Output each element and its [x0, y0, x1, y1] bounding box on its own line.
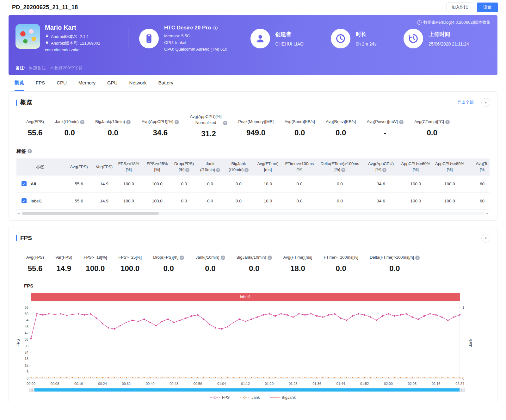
- scrollbar-track[interactable]: [21, 212, 485, 215]
- svg-text:0: 0: [462, 376, 464, 380]
- scrollbar-range[interactable]: [34, 388, 460, 392]
- help-icon[interactable]: ?: [223, 121, 227, 125]
- stat-value: 0.0: [285, 128, 315, 137]
- help-icon[interactable]: ?: [221, 256, 225, 260]
- table-header-cell: 标签 ?: [16, 158, 64, 176]
- help-icon[interactable]: ?: [80, 120, 84, 124]
- settings-button[interactable]: 设置: [477, 3, 498, 12]
- svg-text:1: 1: [462, 305, 464, 309]
- row-checkbox[interactable]: ✓: [22, 181, 27, 186]
- collect-note-text: 数据由PerfDog(4.0.200602)版本收集: [423, 20, 491, 25]
- session-banner: i 数据由PerfDog(4.0.200602)版本收集 Mario Kart …: [9, 15, 497, 75]
- legend-item[interactable]: FPS: [210, 395, 230, 400]
- svg-text:60: 60: [25, 312, 28, 316]
- svg-text:24: 24: [25, 350, 28, 354]
- stat-value: 0.0: [195, 264, 225, 273]
- stat-label: Avg(FTime)[ms] ?: [283, 250, 312, 260]
- table-header-cell: AppCPU<=80% [%]?: [432, 158, 467, 176]
- help-icon[interactable]: ?: [180, 256, 184, 260]
- stat-label: FPS>=18[%] ?: [84, 250, 107, 260]
- tab-network[interactable]: Network: [129, 75, 147, 91]
- topbar: PD_20200625_21_11_18 加入对比 设置: [0, 0, 506, 15]
- device-info-icon[interactable]: i: [213, 26, 218, 30]
- stat-value: 949.0: [238, 128, 274, 137]
- help-icon[interactable]: ?: [244, 168, 249, 172]
- help-icon[interactable]: ?: [175, 120, 179, 124]
- tab-battery[interactable]: Battery: [158, 75, 174, 91]
- collapse-button[interactable]: ▾: [481, 98, 490, 107]
- help-icon[interactable]: ?: [341, 168, 345, 172]
- stat-label: Avg(AppCPU)[%] Normalized ?: [190, 114, 227, 126]
- page-title: PD_20200625_21_11_18: [12, 4, 78, 11]
- remark-placeholder: 添加备注，不超过200个字符: [29, 65, 83, 71]
- scrollbar-handle-left[interactable]: |||: [29, 388, 34, 392]
- labels-title: 标签: [16, 148, 26, 154]
- tab-fps[interactable]: FPS: [36, 75, 45, 91]
- stat-label: Jank(/10min) ?: [195, 250, 225, 260]
- help-icon[interactable]: ?: [185, 168, 189, 172]
- help-icon[interactable]: ?: [382, 168, 386, 172]
- stat-value: 55.6: [26, 264, 44, 273]
- collapse-button[interactable]: ▾: [481, 234, 490, 243]
- help-icon[interactable]: ?: [399, 120, 404, 124]
- row-checkbox[interactable]: ✓: [22, 198, 27, 203]
- scrollbar-handle-right[interactable]: |||: [460, 388, 465, 392]
- svg-text:18: 18: [25, 357, 28, 361]
- table-header-cell: Var(FPS) ?: [94, 158, 114, 176]
- stat-value: 0.0: [324, 264, 358, 273]
- chart-scrollbar[interactable]: ||| |||: [29, 388, 465, 392]
- scroll-right-icon[interactable]: ▸: [485, 212, 490, 215]
- stat-label: Drop(FPS)[/h] ?: [153, 250, 184, 260]
- stat-label: Avg(AppCPU)[%] ?: [142, 114, 179, 125]
- device-gpu: GPU: Qualcomm Adreno (TM) 610: [164, 46, 227, 52]
- stat: BigJank(/10min) ? 0.0: [95, 114, 131, 138]
- stat-label: Avg(Send)[KB/s] ?: [285, 114, 315, 125]
- help-icon[interactable]: ?: [415, 256, 420, 260]
- svg-text:0: 0: [27, 376, 28, 380]
- scrollbar-thumb[interactable]: [22, 212, 159, 215]
- stat: Avg(CTemp)[°C] ? 0.0: [414, 114, 450, 138]
- stat: FTime>=100ms[%] ? 0.0: [324, 250, 358, 273]
- help-icon[interactable]: ?: [268, 256, 272, 260]
- stat: Avg(FTime)[ms] ? 18.0: [283, 250, 312, 273]
- stat-label: BigJank(/10min) ?: [95, 114, 131, 125]
- app-version-code: Android版本号: 121369001: [51, 40, 100, 47]
- export-all-link[interactable]: 导出全部: [457, 100, 474, 105]
- tab-memory[interactable]: Memory: [78, 75, 96, 91]
- table-body: ✓ All 55.6 14.9 100.0 100.0 0.0 0.0 0.0 …: [16, 176, 490, 210]
- device-cpu: CPU: trinket: [164, 39, 227, 46]
- svg-text:00:40: 00:40: [146, 382, 155, 386]
- legend-item[interactable]: Jank: [240, 395, 260, 400]
- chart-legend: FPSJankBigJank: [16, 395, 490, 400]
- remark-field[interactable]: 备注: 添加备注，不超过200个字符: [9, 61, 497, 75]
- stat: Avg(Recv)[KB/s] ? 0.0: [326, 114, 356, 138]
- section-accent-bar: [16, 100, 17, 106]
- horizontal-scrollbar[interactable]: ◂ ▸: [16, 211, 490, 216]
- scroll-left-icon[interactable]: ◂: [16, 212, 21, 215]
- fps-card: FPS ▾ Avg(FPS) ? 55.6 Var(FPS) ? 14.9: [9, 227, 497, 402]
- legend-item[interactable]: BigJank: [270, 395, 296, 400]
- row-label: label1: [31, 199, 42, 203]
- table-header-cell: Avg(AppCPU) [%]?: [363, 158, 399, 176]
- overview-card: 概览 导出全部 ▾ Avg(FPS) ? 55.6 Jank(/10min) ?…: [9, 91, 497, 221]
- svg-text:12: 12: [25, 363, 28, 367]
- duration-value: 0h 2m 24s: [356, 41, 376, 46]
- svg-text:30: 30: [25, 344, 28, 348]
- help-icon[interactable]: ?: [126, 120, 131, 124]
- tab-gpu[interactable]: GPU: [107, 75, 118, 91]
- svg-text:01:36: 01:36: [312, 382, 321, 386]
- svg-text:01:44: 01:44: [336, 382, 345, 386]
- help-icon[interactable]: ?: [445, 120, 450, 124]
- svg-text:00:32: 00:32: [122, 382, 131, 386]
- app-name: Mario Kart: [45, 24, 100, 31]
- stat: Avg(AppCPU)[%] Normalized ? 31.2: [190, 114, 227, 138]
- tab-cpu[interactable]: CPU: [57, 75, 67, 91]
- stat: FPS>=18[%] ? 100.0: [84, 250, 107, 273]
- tab-bar: 概览 FPS CPU Memory GPU Network Battery: [0, 75, 506, 91]
- tab-overview[interactable]: 概览: [15, 75, 24, 91]
- help-icon[interactable]: ?: [28, 149, 32, 153]
- add-compare-button[interactable]: 加入对比: [447, 3, 473, 12]
- fps-chart-area: FPS label1 06121824303642485460660100:00…: [9, 283, 497, 402]
- fps-chart-title: FPS: [24, 283, 490, 288]
- help-icon[interactable]: ?: [216, 168, 220, 172]
